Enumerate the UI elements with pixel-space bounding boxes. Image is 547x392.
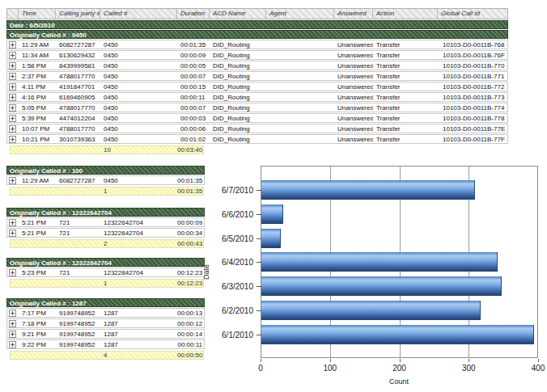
summary-total-duration: 00:00:43 (177, 240, 205, 247)
column-header-agent[interactable]: Agent (266, 9, 334, 19)
calling-party-cell: 6082727287 (56, 41, 100, 48)
expand-plus-icon[interactable] (9, 52, 16, 59)
originally-called-group-header: Originally Called # : 12322642704 (6, 208, 205, 217)
time-cell: 10:07 PM (19, 125, 56, 133)
group-table-12322842704: Originally Called # : 12322842704 5:23 P… (6, 257, 205, 288)
called-cell: 12322642704 (100, 219, 177, 226)
column-header-expand (7, 9, 19, 19)
expand-cell (7, 52, 19, 59)
action-cell: Transfer (373, 125, 438, 133)
column-header-calling-party[interactable]: Calling party # (56, 9, 100, 19)
calling-party-cell: 721 (56, 230, 100, 237)
answered-cell: Unanswered (334, 62, 373, 70)
expand-plus-icon[interactable] (9, 269, 16, 276)
answered-cell: Unanswered (334, 41, 373, 48)
bar-row: 6/4/2010 (261, 252, 537, 272)
expand-plus-icon[interactable] (9, 83, 16, 91)
column-header-global-call-id[interactable]: Global Call Id (438, 9, 509, 19)
group-summary-row: 2 00:00:43 (10, 239, 204, 248)
x-axis-tick-label: 200 (392, 364, 406, 373)
time-cell: 4:11 PM (19, 83, 56, 91)
summary-total-duration: 00:12:23 (177, 280, 205, 287)
expand-plus-icon[interactable] (9, 310, 16, 317)
called-cell: 0450 (100, 104, 177, 112)
summary-total-duration: 00:01:35 (177, 188, 205, 195)
time-cell: 11:29 AM (19, 41, 56, 48)
column-header-action[interactable]: Action (373, 9, 438, 19)
duration-cell: 00:00:03 (177, 115, 210, 122)
expand-plus-icon[interactable] (9, 341, 16, 348)
column-header-answered[interactable]: Answered (334, 9, 373, 19)
calling-party-cell: 4191847701 (56, 83, 100, 91)
expand-plus-icon[interactable] (9, 73, 16, 80)
expand-plus-icon[interactable] (9, 41, 16, 48)
global-call-id-cell: 10103-D0-0011B-77E (438, 125, 509, 133)
acd-name-cell: DID_Routing (210, 62, 266, 70)
called-cell: 1287 (100, 331, 177, 338)
expand-plus-icon[interactable] (9, 125, 16, 133)
acd-name-cell: DID_Routing (210, 94, 266, 101)
time-cell: 5:21 PM (19, 219, 56, 226)
y-axis-tick-label: 6/3/2010 (222, 282, 253, 291)
expand-plus-icon[interactable] (9, 219, 16, 226)
group-summary-row: 1 00:01:35 (10, 187, 204, 196)
calling-party-cell: 6130629432 (56, 52, 100, 59)
call-row: 11:29 AM 6082727287 0450 00:01:35 DID_Ro… (6, 40, 508, 49)
column-header-acd-name[interactable]: ACD Name (210, 9, 266, 19)
expand-plus-icon[interactable] (9, 320, 16, 327)
expand-plus-icon[interactable] (9, 136, 16, 143)
date-group-header: Date : 6/5/2010 (6, 20, 508, 29)
expand-plus-icon[interactable] (9, 177, 16, 184)
time-cell: 5:39 PM (19, 115, 56, 122)
answered-cell: Unanswered (334, 94, 373, 101)
time-cell: 7:17 PM (19, 310, 56, 317)
acd-name-cell: DID_Routing (210, 52, 266, 59)
expand-plus-icon[interactable] (9, 115, 16, 122)
x-axis-tick-label: 0 (258, 364, 263, 373)
calling-party-cell: 4788017770 (56, 125, 100, 133)
duration-cell: 00:12:23 (177, 269, 206, 276)
call-row: 5:21 PM 721 12322642704 00:00:34 (6, 228, 205, 238)
called-cell: 0450 (100, 41, 177, 48)
group-table-100: Originally Called # : 100 11:29 AM 60827… (6, 165, 205, 196)
expand-plus-icon[interactable] (9, 331, 16, 338)
summary-total-duration: 00:03:40 (177, 146, 205, 154)
originally-called-group-header: Originally Called # : 0450 (6, 30, 508, 39)
column-header-time[interactable]: Time (19, 9, 56, 19)
x-axis-title: Count (389, 377, 409, 386)
column-header-called[interactable]: Called # (100, 9, 177, 19)
expand-cell (7, 73, 19, 80)
group-summary-row: 10 00:03:40 (10, 145, 204, 154)
expand-cell (7, 269, 19, 276)
y-axis-tick-label: 6/4/2010 (222, 258, 253, 267)
x-axis: 0 100 200 300 400 (261, 359, 538, 377)
calling-party-cell: 9199748952 (56, 341, 100, 348)
duration-cell: 00:00:11 (177, 341, 206, 348)
time-cell: 5:21 PM (19, 230, 56, 237)
x-axis-tick-mark (400, 359, 401, 362)
time-cell: 10:21 PM (19, 136, 56, 143)
y-axis-tick-label: 6/5/2010 (222, 234, 253, 242)
y-axis-tick-label: 6/2/2010 (222, 306, 253, 315)
global-call-id-cell: 10103-D0-0011B-76F (438, 52, 509, 59)
duration-cell: 00:00:15 (177, 83, 210, 91)
action-cell: Transfer (373, 41, 438, 48)
x-axis-tick-label: 400 (532, 364, 545, 373)
expand-cell (7, 94, 19, 101)
expand-cell (7, 125, 19, 133)
expand-plus-icon[interactable] (9, 62, 16, 70)
chart-bar (261, 325, 534, 344)
global-call-id-cell: 10103-D0-0011B-770 (438, 62, 509, 70)
expand-plus-icon[interactable] (9, 94, 16, 101)
time-cell: 11:34 AM (19, 52, 56, 59)
time-cell: 2:37 PM (19, 73, 56, 80)
bar-series: 6/7/2010 6/6/2010 6/5/2010 6/4/2010 (261, 166, 537, 357)
duration-cell: 00:00:09 (177, 219, 206, 226)
expand-cell (7, 177, 19, 184)
expand-plus-icon[interactable] (9, 230, 16, 237)
expand-cell (7, 331, 19, 338)
group-table-1287: Originally Called # : 1287 7:17 PM 91997… (6, 297, 205, 360)
bar-row: 6/3/2010 (261, 276, 537, 296)
expand-plus-icon[interactable] (9, 104, 16, 112)
column-header-duration[interactable]: Duration (177, 9, 210, 19)
